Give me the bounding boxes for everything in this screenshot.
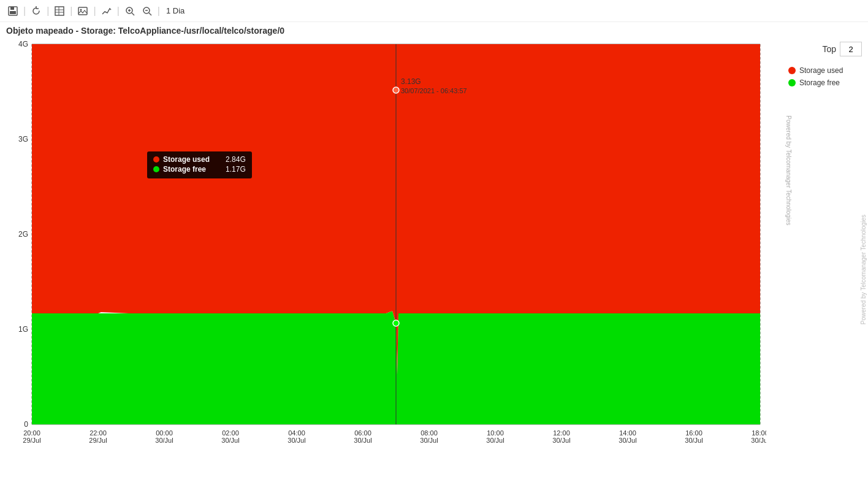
svg-text:30/Jul: 30/Jul: [420, 437, 438, 444]
right-panel: Top Storage used Storage free Powered by…: [782, 38, 868, 467]
svg-text:29/Jul: 29/Jul: [89, 437, 107, 444]
svg-rect-3: [55, 7, 64, 15]
legend-label-free: Storage free: [799, 78, 840, 87]
svg-text:30/Jul: 30/Jul: [619, 437, 636, 444]
sep2: |: [47, 6, 49, 16]
line-chart-icon[interactable]: [100, 4, 113, 18]
svg-rect-1: [10, 7, 14, 10]
legend-item-free: Storage free: [788, 78, 840, 87]
svg-text:0: 0: [24, 420, 28, 429]
svg-text:30/Jul: 30/Jul: [751, 437, 766, 444]
svg-text:4G: 4G: [18, 40, 28, 48]
sep4: |: [93, 6, 96, 16]
legend-label-used: Storage used: [799, 66, 843, 75]
chart-container[interactable]: 0 1G 2G 3G 4G 20:00 29/Jul 22:00: [6, 38, 782, 467]
chart-title: Objeto mapeado - Storage: TelcoAppliance…: [0, 22, 868, 38]
svg-rect-7: [78, 7, 87, 15]
svg-text:06:00: 06:00: [354, 429, 371, 437]
sep1: |: [23, 6, 26, 16]
crosshair-dot-top: [393, 87, 399, 93]
crosshair-datetime: 30/07/2021 - 06:43:57: [401, 87, 467, 94]
svg-text:04:00: 04:00: [288, 429, 305, 437]
zoom-out-icon[interactable]: [140, 4, 154, 18]
svg-text:2G: 2G: [18, 230, 28, 239]
svg-point-8: [80, 9, 82, 10]
svg-text:30/Jul: 30/Jul: [221, 437, 239, 444]
save-icon[interactable]: [6, 4, 20, 18]
svg-text:3G: 3G: [18, 135, 28, 143]
svg-text:10:00: 10:00: [487, 429, 504, 437]
svg-text:30/Jul: 30/Jul: [155, 437, 173, 444]
svg-text:20:00: 20:00: [23, 429, 40, 437]
svg-text:30/Jul: 30/Jul: [685, 437, 702, 444]
svg-text:16:00: 16:00: [685, 429, 702, 437]
svg-text:30/Jul: 30/Jul: [552, 437, 570, 444]
powered-by: Powered by Telcomanager Technologies: [785, 115, 792, 225]
top-label: Top: [822, 44, 836, 54]
crosshair-value: 3.13G: [401, 77, 421, 86]
sep6: |: [158, 6, 160, 16]
svg-text:30/Jul: 30/Jul: [354, 437, 371, 444]
sep3: |: [70, 6, 72, 16]
svg-text:02:00: 02:00: [222, 429, 239, 437]
svg-rect-2: [10, 11, 16, 14]
svg-text:30/Jul: 30/Jul: [486, 437, 504, 444]
svg-line-12: [132, 13, 134, 15]
chart-svg: 0 1G 2G 3G 4G 20:00 29/Jul 22:00: [6, 38, 766, 455]
sep5: |: [117, 6, 120, 16]
svg-text:14:00: 14:00: [619, 429, 636, 437]
toolbar: | | | | |: [0, 0, 868, 22]
top-control: Top: [788, 42, 862, 56]
legend-dot-free: [788, 79, 796, 86]
svg-text:00:00: 00:00: [156, 429, 173, 437]
legend-item-used: Storage used: [788, 66, 843, 75]
powered-by-side: Powered by Telcomanager Technologies: [860, 215, 867, 324]
crosshair-dot-green: [393, 320, 399, 326]
main-area: 0 1G 2G 3G 4G 20:00 29/Jul 22:00: [0, 38, 868, 467]
top-input[interactable]: [840, 42, 862, 56]
svg-text:08:00: 08:00: [421, 429, 438, 437]
svg-text:18:00: 18:00: [752, 429, 766, 437]
refresh-icon[interactable]: [29, 4, 43, 18]
period-label: 1 Dia: [166, 6, 185, 15]
image-icon[interactable]: [76, 4, 89, 18]
zoom-in-icon[interactable]: [123, 4, 137, 18]
svg-text:12:00: 12:00: [553, 429, 570, 437]
svg-text:22:00: 22:00: [89, 429, 107, 437]
legend-dot-used: [788, 67, 796, 74]
svg-text:1G: 1G: [18, 325, 28, 334]
svg-text:29/Jul: 29/Jul: [23, 437, 40, 444]
table-icon[interactable]: [53, 4, 66, 18]
svg-line-15: [149, 13, 151, 15]
svg-text:30/Jul: 30/Jul: [287, 437, 305, 444]
